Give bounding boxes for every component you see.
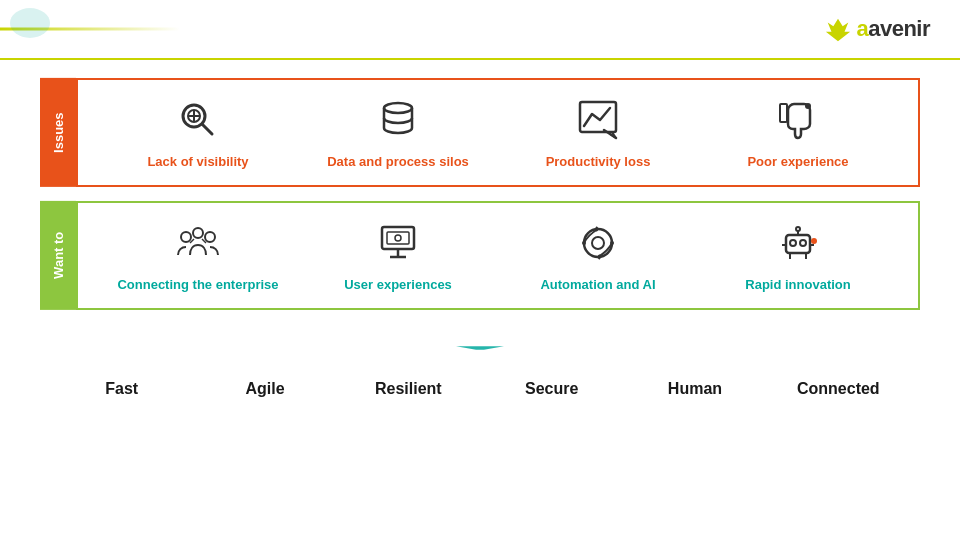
svg-point-24	[610, 241, 614, 245]
issue-label-productivity-loss: Productivity loss	[546, 154, 651, 171]
thumbs-down-icon	[772, 94, 824, 146]
svg-line-2	[202, 124, 212, 134]
wantto-label: Want to	[40, 201, 76, 310]
issues-row: Issues Lack of visibility	[40, 78, 920, 187]
svg-point-32	[811, 238, 817, 244]
logo: aavenir	[824, 15, 930, 43]
database-icon	[372, 94, 424, 146]
issue-item-lack-visibility: Lack of visibility	[98, 94, 298, 171]
logo-text: aavenir	[856, 16, 930, 42]
bottom-label-agile: Agile	[193, 380, 336, 398]
wantto-label-automation: Automation and AI	[540, 277, 655, 294]
svg-point-13	[205, 232, 215, 242]
svg-point-6	[384, 103, 412, 113]
rapid-robot-icon	[772, 217, 824, 269]
wantto-item-user-exp: User experiences	[298, 217, 498, 294]
funnel-container: Fast Agile Resilient Secure Human Connec…	[40, 324, 920, 398]
svg-marker-0	[826, 19, 850, 41]
issue-label-lack-visibility: Lack of visibility	[147, 154, 248, 171]
svg-point-27	[800, 240, 806, 246]
header: aavenir	[0, 0, 960, 60]
svg-point-21	[584, 229, 612, 257]
issue-item-productivity-loss: Productivity loss	[498, 94, 698, 171]
wantto-label-rapid: Rapid innovation	[745, 277, 850, 294]
svg-rect-19	[387, 232, 409, 244]
search-magnify-icon	[172, 94, 224, 146]
svg-point-23	[582, 241, 586, 245]
issue-label-data-silos: Data and process silos	[327, 154, 469, 171]
svg-point-20	[395, 235, 401, 241]
bottom-label-resilient: Resilient	[337, 380, 480, 398]
bottom-labels: Fast Agile Resilient Secure Human Connec…	[50, 380, 910, 398]
wantto-item-connecting: Connecting the enterprise	[98, 217, 298, 294]
wantto-item-automation: Automation and AI	[498, 217, 698, 294]
svg-point-29	[796, 227, 800, 231]
svg-point-26	[790, 240, 796, 246]
bottom-label-fast: Fast	[50, 380, 193, 398]
svg-point-9	[805, 103, 811, 109]
main-content: Issues Lack of visibility	[0, 60, 960, 540]
wantto-item-rapid: Rapid innovation	[698, 217, 898, 294]
wantto-box: Connecting the enterprise User experienc…	[76, 201, 920, 310]
bottom-label-human: Human	[623, 380, 766, 398]
funnel-shape	[456, 324, 504, 372]
issue-item-poor-experience: Poor experience	[698, 94, 898, 171]
issue-item-data-silos: Data and process silos	[298, 94, 498, 171]
people-connect-icon	[172, 217, 224, 269]
svg-marker-35	[456, 346, 504, 349]
bottom-label-connected: Connected	[767, 380, 910, 398]
logo-icon	[824, 15, 852, 43]
svg-point-22	[592, 237, 604, 249]
issue-label-poor-experience: Poor experience	[747, 154, 848, 171]
chart-down-icon	[572, 94, 624, 146]
wantto-label-connecting: Connecting the enterprise	[117, 277, 278, 294]
wantto-label-user-exp: User experiences	[344, 277, 452, 294]
issues-label: Issues	[40, 78, 76, 187]
automation-cycle-icon	[572, 217, 624, 269]
monitor-user-icon	[372, 217, 424, 269]
bottom-label-secure: Secure	[480, 380, 623, 398]
issues-box: Lack of visibility Data and process silo…	[76, 78, 920, 187]
svg-point-11	[181, 232, 191, 242]
wantto-row: Want to Connecting the	[40, 201, 920, 310]
svg-point-12	[193, 228, 203, 238]
svg-rect-10	[780, 104, 787, 122]
